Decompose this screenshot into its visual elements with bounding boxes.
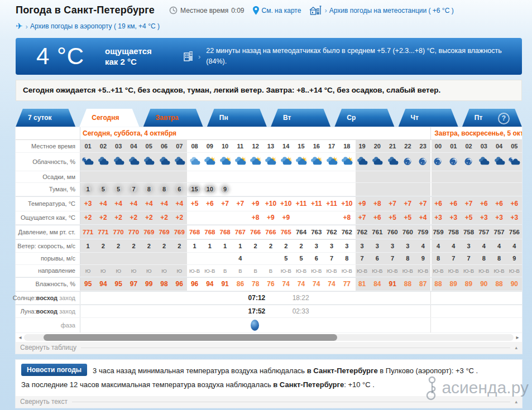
weather-moon-icon xyxy=(462,157,475,166)
table-cell: Ю-В xyxy=(446,265,461,277)
table-cell xyxy=(263,153,278,171)
collapse-news-button[interactable]: Свернуть текст ▴ xyxy=(16,396,522,408)
table-cell xyxy=(430,183,445,196)
table-row: Давление, мм рт. ст.77177177077076976976… xyxy=(16,225,522,239)
fog-icon: 1 xyxy=(84,185,92,193)
tab-label: Сегодня xyxy=(92,114,119,122)
scroll-left-icon[interactable]: ◂ xyxy=(18,334,22,340)
table-cell xyxy=(507,183,522,196)
table-cell xyxy=(476,183,491,196)
table-cell xyxy=(126,153,141,171)
banner-arrow-icon: › xyxy=(198,52,200,61)
tab-пт[interactable]: Пт? xyxy=(462,109,522,127)
table-cell: 759 xyxy=(430,225,445,239)
table-cell: +10 xyxy=(263,197,278,211)
table-row: Солнце: восход заход07:1218:22 xyxy=(16,291,522,305)
table-cell xyxy=(95,253,111,264)
table-cell: +11 xyxy=(294,197,309,211)
scrollbar-track[interactable] xyxy=(24,334,514,341)
table-cell: 769 xyxy=(141,225,156,239)
table-cell: 78 xyxy=(248,278,263,291)
scroll-right-icon[interactable]: ▸ xyxy=(515,334,520,340)
row-label: Облачность, % xyxy=(16,153,80,171)
tab-вт[interactable]: Вт xyxy=(271,109,330,127)
table-cell: +7 xyxy=(415,197,430,211)
table-cell: 20 xyxy=(370,140,385,152)
table-cell: +2 xyxy=(111,211,126,224)
scrollbar-thumb[interactable] xyxy=(44,334,337,341)
table-row: Облачность, % xyxy=(16,153,522,171)
table-cell xyxy=(385,171,400,182)
weather-clouds-sun-icon xyxy=(295,157,308,166)
table-cell xyxy=(95,171,111,182)
table-cell: 15 xyxy=(187,183,202,196)
table-cell: +4 xyxy=(141,197,156,211)
weather-clouds-night-icon xyxy=(477,157,490,166)
page-header: Погода в Санкт-Петербурге Местное время … xyxy=(0,0,532,31)
table-cell xyxy=(491,171,506,182)
tab-ср[interactable]: Ср xyxy=(334,109,394,127)
help-icon[interactable]: ? xyxy=(498,113,510,124)
table-cell: +2 xyxy=(80,211,95,224)
table-cell: 3 xyxy=(385,240,400,252)
table-cell xyxy=(111,153,126,171)
table-cell: 9 xyxy=(415,253,430,264)
horizontal-scrollbar[interactable]: ◂ ▸ xyxy=(16,333,522,342)
table-cell: 91 xyxy=(217,278,232,291)
page-title: Погода в Санкт-Петербурге xyxy=(16,4,155,16)
table-cell: 87 xyxy=(415,278,430,291)
tab-7-суток[interactable]: 7 суток xyxy=(16,109,75,127)
table-cell: Ю-В xyxy=(476,265,491,277)
table-cell: 10 xyxy=(217,140,232,152)
table-cell: 03 xyxy=(111,140,126,152)
fog-icon: 5 xyxy=(114,185,122,193)
table-cell xyxy=(156,253,171,264)
table-cell: 768 xyxy=(202,225,217,239)
row-label: Температура, °C xyxy=(16,197,80,211)
table-cell: 768 xyxy=(187,225,202,239)
news-line-1: 3 часа назад минимальная температура воз… xyxy=(93,364,478,377)
tab-пн[interactable]: Пн xyxy=(207,109,267,127)
table-cell: 769 xyxy=(172,225,187,239)
table-cell xyxy=(263,183,278,196)
tab-чт[interactable]: Чт xyxy=(399,109,458,127)
table-cell: Ю-В xyxy=(187,265,202,277)
tab-завтра[interactable]: Завтра xyxy=(143,109,203,127)
weather-moon-icon xyxy=(401,157,414,166)
tab-label: Пн xyxy=(219,114,228,122)
table-cell: +6 xyxy=(491,197,506,211)
table-cell: Ю-В xyxy=(461,265,476,277)
table-cell: 764 xyxy=(294,225,309,239)
tab-label: Пт xyxy=(475,114,483,122)
table-cell: 2 xyxy=(126,240,141,252)
table-cell: +4 xyxy=(156,197,171,211)
divider xyxy=(72,402,511,402)
airport-archive-link[interactable]: › Архив погоды в аэропорту ( 19 км, +4 °… xyxy=(26,22,160,31)
table-cell: 6 xyxy=(309,253,324,264)
table-cell: 05 xyxy=(507,140,522,152)
table-cell: 22 xyxy=(400,140,415,152)
table-cell xyxy=(324,211,339,224)
table-cell: +2 xyxy=(156,211,171,224)
table-cell: 09 xyxy=(202,140,217,152)
table-cell: +3 xyxy=(446,211,461,224)
table-cell: +3 xyxy=(507,211,522,224)
map-link[interactable]: См. на карте xyxy=(252,6,301,15)
table-cell xyxy=(415,183,430,196)
table-cell: 3 xyxy=(354,240,370,252)
table-cell: +11 xyxy=(309,197,324,211)
row-label: фаза xyxy=(16,318,80,332)
table-cell: +7 xyxy=(461,197,476,211)
collapse-table-button[interactable]: Свернуть таблицу ▴ xyxy=(16,342,522,354)
astro-span-cell: 17:5202:33 xyxy=(80,305,522,317)
table-cell: 07 xyxy=(172,140,187,152)
table-cell: 765 xyxy=(279,225,294,239)
table-cell: 2 xyxy=(172,240,187,252)
weather-clouds-sun-icon xyxy=(280,157,293,166)
weather-clouds-sun-icon xyxy=(325,157,338,166)
weather-clouds-sun-icon xyxy=(249,157,262,166)
tab-сегодня[interactable]: Сегодня xyxy=(79,109,139,127)
station-archive-link[interactable]: › Архив погоды на метеостанции ( +6 °C ) xyxy=(309,5,453,16)
news-badge[interactable]: Новости погоды xyxy=(21,364,87,376)
table-cell xyxy=(172,253,187,264)
